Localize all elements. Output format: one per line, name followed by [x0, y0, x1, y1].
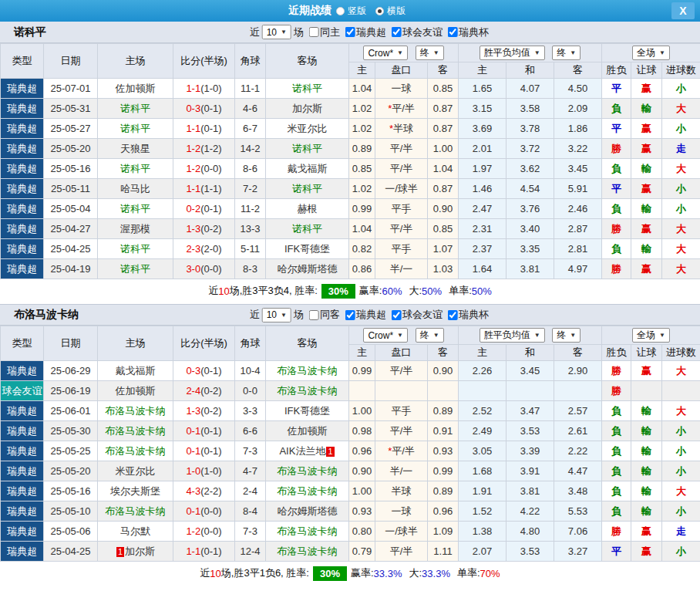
close-button[interactable]: X: [671, 2, 695, 19]
home-team-cell: 1加尔斯: [98, 542, 173, 562]
goals-result-cell: 走: [662, 522, 700, 542]
average-select[interactable]: 胜平负均值▼: [480, 46, 545, 60]
same-venue-label: 同主: [320, 25, 340, 39]
corner-cell: 8-6: [235, 159, 266, 179]
league-filter-checkbox[interactable]: [392, 27, 402, 37]
match-row: 瑞典超25-05-16诺科平1-2(0-0)8-6戴戈福斯0.85平/半1.04…: [1, 159, 700, 179]
focal-team-name: 诺科平: [120, 103, 150, 114]
radio-button-icon[interactable]: [375, 7, 384, 15]
summary-count: 10: [210, 568, 220, 579]
league-cell: 瑞典超: [1, 239, 44, 259]
focal-team-name: 布洛马波卡纳: [106, 505, 166, 517]
team-name: 渥那模: [120, 223, 150, 235]
team-section-header: 诺科平 近 10 ▼ 场 同主 瑞典超 球会友谊 瑞典杯: [0, 22, 700, 43]
league-cell: 瑞典超: [1, 501, 44, 522]
result-cell: 勝: [602, 522, 631, 542]
avg-away-cell: 7.06: [554, 522, 602, 542]
avg-draw-cell: 3.35: [506, 239, 554, 259]
corner-cell: 7-3: [235, 522, 266, 542]
match-count-select[interactable]: 10 ▼: [262, 308, 291, 322]
bookmaker-select[interactable]: Crow*▼: [363, 46, 408, 60]
corner-cell: 8-4: [235, 501, 266, 522]
fullmatch-group-header: 全场▼: [602, 44, 700, 62]
bookmaker-select[interactable]: Crow*▼: [363, 328, 408, 343]
odds-home-cell: [349, 381, 375, 401]
league-filter-checkbox[interactable]: [392, 310, 402, 320]
handicap-result-cell: 輸: [631, 481, 662, 501]
match-row: 瑞典超25-05-06马尔默1-2(0-0)7-3布洛马波卡纳0.80一/球半1…: [1, 522, 700, 542]
team-name: 天狼星: [120, 143, 150, 154]
score-cell: 0-1(0-1): [173, 441, 235, 461]
league-filter-label: 瑞典杯: [459, 308, 489, 322]
league-cell: 瑞典超: [1, 361, 44, 381]
goals-result-cell: 小: [662, 79, 700, 99]
away-team-cell: 诺科平: [266, 219, 349, 239]
odds-home-cell: 0.90: [349, 461, 375, 481]
matches-table: 类型 日期 主场 比分(半场) 角球 客场 Crow*▼ 终▼ 胜平负均值▼ 终…: [0, 43, 700, 279]
team-name: IFK哥德堡: [284, 405, 330, 417]
fullmatch-group-header: 全场▼: [602, 326, 700, 345]
handicap-cell: 平/半: [375, 219, 428, 239]
avg-away-cell: 2.90: [554, 361, 602, 381]
single-value: 70%: [480, 568, 500, 579]
result-cell: 負: [602, 239, 631, 259]
handicap-cell: 一球: [375, 501, 428, 522]
final-odds-select[interactable]: 终▼: [416, 46, 444, 60]
handicap-win-value: 60%: [382, 285, 402, 297]
avg-home-cell: 1.38: [459, 522, 506, 542]
column-header-corners: 角球: [235, 326, 266, 361]
full-match-select[interactable]: 全场▼: [632, 328, 670, 343]
away-team-cell: 赫根: [266, 199, 349, 219]
odds-home-cell: 1.04: [349, 79, 375, 99]
league-filter-checkbox[interactable]: [448, 310, 458, 320]
average-select[interactable]: 胜平负均值▼: [480, 328, 545, 343]
avg-home-cell: [459, 381, 506, 401]
full-match-select[interactable]: 全场▼: [632, 46, 670, 60]
league-cell: 瑞典超: [1, 159, 44, 179]
odds-away-cell: 0.87: [428, 179, 459, 199]
corner-cell: 4-7: [235, 461, 266, 481]
final-average-select[interactable]: 终▼: [552, 46, 581, 60]
avg-home-cell: 1.46: [459, 179, 506, 199]
radio-button-icon[interactable]: [336, 7, 345, 15]
result-cell: 負: [602, 401, 631, 421]
same-venue-checkbox[interactable]: [309, 27, 319, 37]
avg-draw-cell: 4.80: [506, 522, 554, 542]
league-filter-checkbox[interactable]: [345, 310, 355, 320]
radio-horizontal-layout[interactable]: 横版: [375, 5, 406, 18]
focal-team-name: 布洛马波卡纳: [106, 445, 166, 457]
avg-away-cell: 3.27: [554, 542, 602, 562]
date-cell: 25-05-16: [44, 481, 98, 501]
odds-home-cell: 0.86: [349, 259, 375, 279]
final-odds-select[interactable]: 终▼: [416, 328, 444, 343]
date-cell: 25-05-30: [44, 421, 98, 441]
odds-home-cell: 1.02: [349, 179, 375, 199]
handicap-cell: *平/半: [375, 441, 428, 461]
radio-vertical-layout[interactable]: 竖版: [336, 5, 366, 18]
odds-group-header: Crow*▼ 终▼: [349, 44, 459, 62]
league-filter-checkbox[interactable]: [345, 27, 355, 37]
summary-lead: 近: [200, 566, 210, 580]
league-filter-checkbox[interactable]: [448, 27, 458, 37]
final-average-select[interactable]: 终▼: [552, 328, 581, 343]
section-team-name: 诺科平: [0, 25, 46, 39]
corner-cell: 4-6: [235, 99, 266, 119]
away-team-cell: 哈尔姆斯塔德: [266, 259, 349, 279]
column-header-type: 类型: [1, 326, 44, 361]
score-cell: 3-0(0-0): [173, 259, 235, 279]
date-cell: 25-05-31: [44, 99, 98, 119]
handicap-cell: 平/半: [375, 542, 428, 562]
odds-away-cell: 1.03: [428, 259, 459, 279]
goals-result-cell: 走: [662, 139, 700, 159]
record-summary: 近10场,胜3平3负4, 胜率: 30% 赢率:60% 大:50% 单率:50%: [0, 279, 700, 302]
corner-cell: 10-4: [235, 361, 266, 381]
subheader-avg-away: 客: [554, 62, 602, 79]
handicap-result-cell: 輸: [631, 159, 662, 179]
score-cell: 1-1(0-1): [173, 542, 235, 562]
match-count-select[interactable]: 10 ▼: [262, 25, 291, 39]
match-row: 瑞典超25-05-10布洛马波卡纳0-1(0-0)8-4哈尔姆斯塔德0.93一球…: [1, 501, 700, 522]
same-venue-checkbox[interactable]: [309, 310, 319, 320]
away-team-cell: 布洛马波卡纳: [266, 542, 349, 562]
match-row: 瑞典超25-07-01佐加顿斯1-1(1-0)11-1诺科平1.04一球0.85…: [1, 79, 700, 99]
select-value: 胜平负均值: [484, 46, 530, 59]
